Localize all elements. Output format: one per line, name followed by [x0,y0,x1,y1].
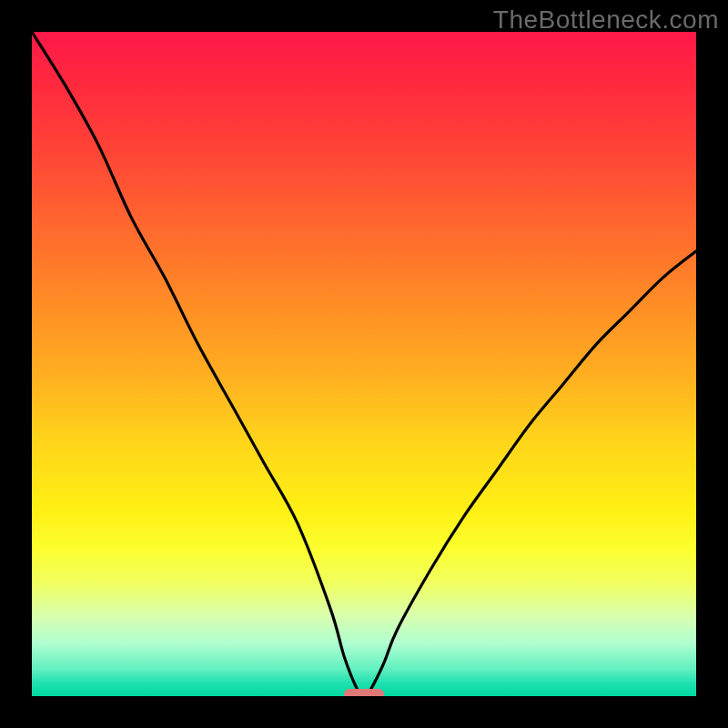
optimal-range-marker [344,689,384,696]
bottleneck-curve-path [32,32,696,696]
plot-area [32,32,696,696]
chart-container: TheBottleneck.com [0,0,728,728]
curve-svg [32,32,696,696]
watermark-text: TheBottleneck.com [493,5,719,35]
